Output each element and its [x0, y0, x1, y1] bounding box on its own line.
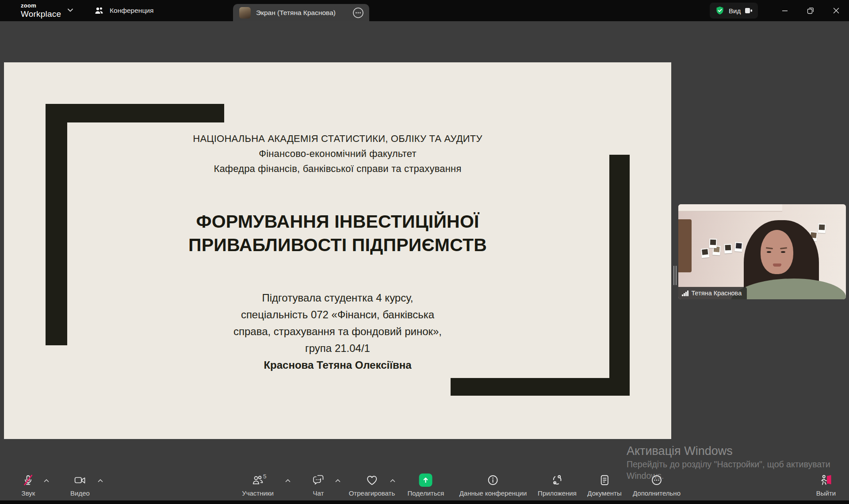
meeting-info-button[interactable]: Данные конференции	[459, 474, 527, 497]
participants-icon	[252, 474, 264, 486]
audio-button[interactable]: Звук	[22, 474, 35, 497]
react-options-chevron[interactable]	[390, 479, 396, 483]
tab-avatar	[239, 7, 251, 19]
view-control[interactable]: Вид	[710, 3, 758, 19]
watermark-title: Активація Windows	[627, 443, 830, 458]
video-label: Видео	[70, 489, 90, 497]
zoom-workplace-logo: zoom Workplace	[21, 3, 61, 18]
wall-photo	[724, 244, 732, 254]
slide-author-block: Підготувала студентка 4 курсу, спеціальн…	[4, 290, 671, 374]
watermark-line2: Перейдіть до розділу "Настройки", щоб ак…	[627, 458, 830, 470]
audio-options-chevron[interactable]	[44, 479, 50, 483]
window-controls	[772, 0, 849, 21]
participant-video-thumbnail[interactable]: Тетяна Краснова	[678, 204, 846, 299]
meeting-info-label: Данные конференции	[459, 489, 527, 497]
slide-decoration-bottom-right-horizontal	[451, 378, 630, 396]
participant-face	[761, 230, 793, 274]
participants-count: 5	[263, 473, 267, 480]
tab-meeting[interactable]: Конференция	[94, 0, 153, 21]
wall-photo	[701, 248, 709, 258]
participants-button[interactable]: Участники	[242, 474, 274, 497]
minimize-button[interactable]	[772, 0, 798, 21]
video-panel-resize-handle[interactable]	[673, 266, 677, 285]
logo-zoom-text: zoom	[21, 3, 61, 8]
share-label: Поделиться	[408, 489, 444, 497]
react-button[interactable]: Отреагировать	[349, 474, 395, 497]
slide-title-line1: ФОРМУВАННЯ ІНВЕСТИЦІЙНОЇ	[4, 210, 671, 233]
react-label: Отреагировать	[349, 489, 395, 497]
tab-more-icon[interactable]	[352, 7, 364, 19]
slide-decoration-top-left-horizontal	[46, 104, 224, 122]
meeting-toolbar: Звук Видео	[0, 470, 849, 500]
participants-options-chevron[interactable]	[285, 479, 291, 483]
more-ellipsis-icon	[651, 474, 662, 486]
slide-institution-header: НАЦІОНАЛЬНА АКАДЕМІЯ СТАТИСТИКИ, ОБЛІКУ …	[4, 131, 671, 176]
author-line3: справа, страхування та фондовий ринок»,	[4, 323, 671, 340]
wall-photo	[734, 242, 743, 252]
slide-title-line2: ПРИВАБЛИВОСТІ ПІДПРИЄМСТВ	[4, 233, 671, 257]
share-screen-button[interactable]: Поделиться	[408, 474, 444, 497]
tab-screen-label: Экран (Тетяна Краснова)	[256, 9, 352, 17]
leave-label: Выйти	[816, 489, 836, 497]
maximize-restore-button[interactable]	[798, 0, 823, 21]
share-screen-icon	[419, 473, 432, 487]
room-molding	[678, 204, 782, 212]
participant-name: Тетяна Краснова	[692, 290, 742, 297]
security-shield-icon	[715, 6, 725, 15]
shared-screen-slide: НАЦІОНАЛЬНА АКАДЕМІЯ СТАТИСТИКИ, ОБЛІКУ …	[4, 62, 671, 439]
close-button[interactable]	[823, 0, 849, 21]
author-line1: Підготувала студентка 4 курсу,	[4, 290, 671, 306]
video-button[interactable]: Видео	[70, 474, 90, 497]
tab-screen-share-active[interactable]: Экран (Тетяна Краснова)	[233, 4, 369, 21]
participant-name-label: Тетяна Краснова	[678, 287, 747, 299]
logo-workplace-text: Workplace	[21, 10, 61, 18]
microphone-muted-icon	[23, 474, 34, 486]
audio-label: Звук	[22, 489, 35, 497]
docs-label: Документы	[587, 489, 621, 497]
view-label: Вид	[729, 7, 741, 15]
camera-icon	[74, 474, 86, 486]
wall-photo	[709, 239, 717, 248]
workspace-chevron-down-icon[interactable]	[67, 8, 73, 12]
chat-button[interactable]: Чат	[312, 474, 325, 497]
apps-icon	[551, 474, 563, 486]
more-label: Дополнительно	[633, 489, 681, 497]
title-bar: zoom Workplace Конференция Экран (Тетяна…	[0, 0, 849, 21]
author-line2: спеціальність 072 «Фінанси, банківська	[4, 306, 671, 323]
info-icon	[487, 474, 499, 486]
document-icon	[599, 474, 610, 486]
chat-label: Чат	[313, 489, 324, 497]
bottom-edge-strip	[0, 500, 849, 504]
connection-signal-icon	[682, 290, 688, 296]
leave-button[interactable]: Выйти	[816, 474, 836, 497]
institution-line: НАЦІОНАЛЬНА АКАДЕМІЯ СТАТИСТИКИ, ОБЛІКУ …	[4, 131, 671, 146]
tab-meeting-label: Конференция	[110, 7, 153, 15]
room-cabinet	[678, 219, 692, 272]
department-line: Кафедра фінансів, банківської справи та …	[4, 161, 671, 176]
wall-photo	[818, 224, 826, 233]
docs-button[interactable]: Документы	[587, 474, 621, 497]
author-name: Краснова Тетяна Олексіївна	[4, 357, 671, 374]
leave-door-icon	[819, 474, 833, 486]
slide-title: ФОРМУВАННЯ ІНВЕСТИЦІЙНОЇ ПРИВАБЛИВОСТІ П…	[4, 210, 671, 257]
view-layout-icon	[745, 7, 753, 14]
people-icon	[94, 5, 104, 16]
chat-icon	[312, 474, 325, 486]
participants-label: Участники	[242, 489, 274, 497]
heart-icon	[366, 474, 378, 486]
chat-options-chevron[interactable]	[335, 479, 341, 483]
video-options-chevron[interactable]	[98, 479, 103, 483]
apps-label: Приложения	[538, 489, 577, 497]
apps-button[interactable]: Приложения	[538, 474, 577, 497]
author-line4: група 21.04/1	[4, 340, 671, 357]
zoom-meeting-window: zoom Workplace Конференция Экран (Тетяна…	[0, 0, 849, 504]
more-button[interactable]: Дополнительно	[633, 474, 681, 497]
faculty-line: Фінансово-економічний факультет	[4, 146, 671, 161]
